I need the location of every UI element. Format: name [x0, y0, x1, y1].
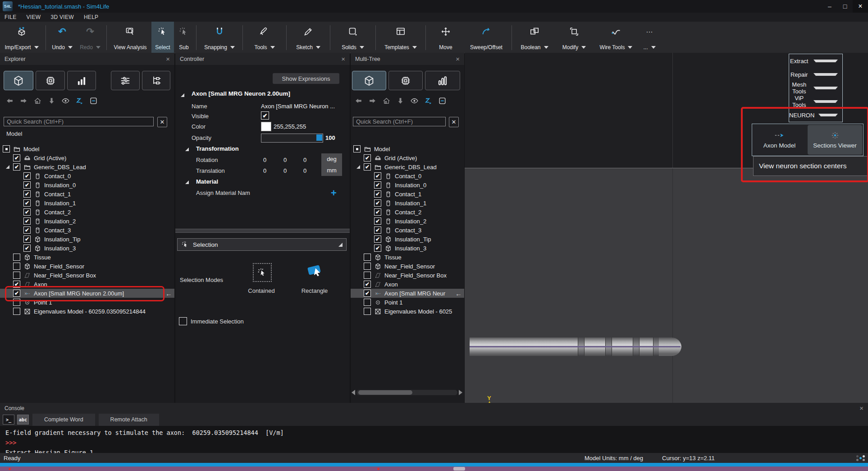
maximize-button[interactable]: □ [837, 0, 853, 13]
tool-dropdown-neuron[interactable]: NEURON [789, 108, 842, 122]
explorer-tab-properties[interactable] [111, 71, 140, 90]
add-material-button[interactable]: + [331, 187, 337, 199]
toolbar-boolean[interactable]: Boolean [514, 22, 555, 53]
translation-z[interactable]: 0 [303, 167, 306, 174]
show-expressions-button[interactable]: Show Expressions [273, 73, 339, 84]
rotation-y[interactable]: 0 [283, 157, 287, 163]
chevron-down-icon[interactable] [360, 46, 364, 49]
toolbar-snapping[interactable]: Snapping [199, 22, 240, 53]
toolbar-modify[interactable]: Modify [555, 22, 594, 53]
multi-tree-item-insulation-0[interactable]: Insulation_0 [351, 180, 464, 189]
toolbar-sketch[interactable]: Sketch [289, 22, 328, 53]
tab-complete-word[interactable]: Complete Word [32, 414, 95, 426]
checkbox-insulation-0[interactable] [23, 181, 31, 189]
zoom-to-icon[interactable] [424, 97, 433, 105]
chevron-down-icon[interactable] [581, 46, 586, 49]
chevron-down-icon[interactable] [813, 73, 838, 76]
multi-tree-item-model[interactable]: Model [351, 144, 464, 153]
chevron-down-icon[interactable] [270, 46, 275, 49]
console-close-icon[interactable]: × [859, 404, 863, 412]
multi-tree-search-clear-icon[interactable]: ✕ [449, 117, 459, 127]
checkbox-insulation-1[interactable] [374, 199, 381, 207]
toolbar-wire-tools[interactable]: Wire Tools [594, 22, 639, 53]
sections-viewer-button[interactable]: Sections Viewer [808, 125, 862, 155]
axon-model-button[interactable]: Axon Model [752, 124, 807, 156]
multi-tree-item-insulation-2[interactable]: Insulation_2 [351, 217, 464, 226]
rectangle-mode-button[interactable] [306, 262, 324, 280]
minimize-button[interactable]: – [822, 0, 837, 13]
toolbar-templates[interactable]: Templates [378, 22, 423, 53]
checkbox-generic-dbs-lead[interactable] [13, 163, 20, 171]
checkbox-near-field-sensor-box[interactable] [364, 272, 371, 279]
collapse-all-icon[interactable] [89, 97, 98, 105]
explorer-search-input[interactable] [4, 117, 154, 126]
multi-tree-item-insulation-1[interactable]: Insulation_1 [351, 199, 464, 208]
contained-mode-button[interactable] [253, 263, 272, 282]
explorer-tab-model[interactable] [4, 71, 33, 90]
chevron-down-icon[interactable] [813, 87, 838, 89]
forward-icon[interactable] [19, 97, 28, 105]
transformation-expander-icon[interactable] [185, 148, 189, 151]
checkbox-contact-1[interactable] [23, 190, 31, 198]
explorer-item-near-field-sensor-box[interactable]: Near_Field_Sensor Box [0, 271, 174, 280]
checkbox-point-1[interactable] [13, 299, 20, 306]
explorer-item-insulation-0[interactable]: Insulation_0 [0, 180, 174, 189]
back-icon[interactable] [354, 97, 363, 105]
console-output[interactable]: E-field gradient necessary to stimulate … [0, 426, 868, 453]
toolbar-imp-export[interactable]: Imp/Export [0, 22, 43, 53]
back-icon[interactable] [5, 97, 14, 105]
multi-tree-item-near-field-sensor-box[interactable]: Near_Field_Sensor Box [351, 271, 464, 280]
chevron-down-icon[interactable] [813, 60, 838, 62]
explorer-item-tissue[interactable]: Tissue [0, 253, 174, 262]
menu-3d-view[interactable]: 3D VIEW [50, 14, 73, 20]
multi-tree-item-contact-3[interactable]: Contact_3 [351, 226, 464, 235]
toolbar-select[interactable]: Select [151, 22, 174, 53]
explorer-item-near-field-sensor[interactable]: Near_Field_Sensor [0, 262, 174, 271]
scrollbar-thumb[interactable] [358, 390, 412, 395]
toolbar-sub[interactable]: Sub [174, 22, 194, 53]
multi-tree-item-axon[interactable]: Axon [351, 280, 464, 289]
checkbox-axon-small-mrg-neuron-2-00um[interactable] [13, 290, 20, 297]
checkbox-contact-2[interactable] [374, 208, 381, 216]
rotation-z[interactable]: 0 [303, 157, 306, 163]
multi-tree-item-point-1[interactable]: Point 1 [351, 298, 464, 307]
collapse-all-icon[interactable] [438, 97, 447, 105]
checkbox-near-field-sensor-box[interactable] [13, 272, 20, 279]
tool-dropdown-mesh-tools[interactable]: Mesh Tools [789, 81, 842, 95]
explorer-item-contact-2[interactable]: Contact_2 [0, 208, 174, 217]
multi-tree-item-insulation-3[interactable]: Insulation_3 [351, 244, 464, 253]
forward-icon[interactable] [368, 97, 377, 105]
chevron-down-icon[interactable] [68, 46, 73, 49]
checkbox-insulation-2[interactable] [23, 217, 31, 225]
home-icon[interactable] [33, 97, 42, 105]
color-swatch[interactable] [261, 122, 271, 131]
jump-to-selection-icon[interactable]: ← [165, 290, 172, 297]
explorer-item-axon[interactable]: Axon [0, 280, 174, 289]
visibility-eye-icon[interactable] [410, 97, 419, 105]
expander-icon[interactable] [6, 165, 9, 169]
multi-tree-item-contact-2[interactable]: Contact_2 [351, 208, 464, 217]
checkbox-eigenvalues-model-6025[interactable] [364, 308, 371, 315]
chevron-down-icon[interactable] [813, 100, 838, 103]
toolbar-sweep-offset[interactable]: Sweep/Offset [463, 22, 509, 53]
checkbox-near-field-sensor[interactable] [13, 263, 20, 270]
checkbox-contact-3[interactable] [374, 226, 381, 234]
explorer-item-insulation-1[interactable]: Insulation_1 [0, 199, 174, 208]
chevron-down-icon[interactable] [628, 46, 632, 49]
opacity-slider[interactable] [261, 134, 323, 143]
explorer-item-point-1[interactable]: Point 1 [0, 298, 174, 307]
explorer-item-insulation-2[interactable]: Insulation_2 [0, 217, 174, 226]
chevron-down-icon[interactable] [412, 46, 417, 49]
multi-tree-item-grid-active[interactable]: Grid (Active) [351, 153, 464, 162]
checkbox-insulation-2[interactable] [374, 217, 381, 225]
visible-checkbox[interactable] [261, 111, 269, 120]
checkbox-tissue[interactable] [364, 254, 371, 261]
toolbar-move[interactable]: Move [428, 22, 463, 53]
checkbox-insulation-0[interactable] [374, 181, 381, 189]
material-expander-icon[interactable] [185, 180, 189, 184]
name-value[interactable]: Axon [Small MRG Neuron ... [261, 103, 335, 110]
explorer-tab-simulations[interactable] [36, 71, 65, 90]
toolbar-undo[interactable]: ↶Undo [48, 22, 76, 53]
explorer-item-axon-small-mrg-neuron-2-00um[interactable]: Axon [Small MRG Neuron 2.00um]← [0, 289, 174, 298]
jump-to-selection-icon[interactable]: ← [455, 290, 462, 297]
